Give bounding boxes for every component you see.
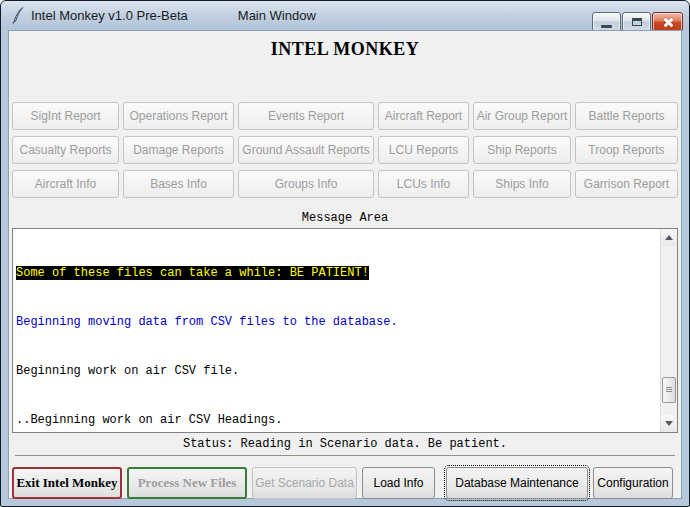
window-content: INTEL MONKEY SigInt Report Operations Re… [8, 30, 682, 499]
operations-report-button[interactable]: Operations Report [123, 102, 234, 130]
maximize-button[interactable] [622, 12, 651, 32]
ships-info-button[interactable]: Ships Info [473, 170, 571, 198]
events-report-button[interactable]: Events Report [238, 102, 374, 130]
minimize-button[interactable] [592, 12, 621, 32]
window-title: Intel Monkey v1.0 Pre-Beta [31, 8, 188, 23]
log-line: Beginning moving data from CSV files to … [16, 314, 657, 330]
exit-intel-monkey-button[interactable]: Exit Intel Monkey [12, 467, 122, 499]
window-controls [592, 12, 683, 32]
troop-reports-button[interactable]: Troop Reports [575, 136, 678, 164]
process-new-files-button[interactable]: Process New Files [127, 467, 247, 499]
ship-reports-button[interactable]: Ship Reports [473, 136, 571, 164]
lcu-reports-button[interactable]: LCU Reports [378, 136, 469, 164]
footer-button-bar: Exit Intel Monkey Process New Files Get … [12, 467, 681, 499]
battle-reports-button[interactable]: Battle Reports [575, 102, 678, 130]
air-group-report-button[interactable]: Air Group Report [473, 102, 571, 130]
vertical-scrollbar[interactable] [660, 229, 677, 432]
damage-reports-button[interactable]: Damage Reports [123, 136, 234, 164]
scroll-up-button[interactable] [661, 229, 677, 246]
aircraft-report-button[interactable]: Aircraft Report [378, 102, 469, 130]
aircraft-info-button[interactable]: Aircraft Info [12, 170, 119, 198]
divider [15, 455, 675, 456]
scrollbar-thumb[interactable] [662, 377, 676, 403]
status-text: Status: Reading in Scenario data. Be pat… [9, 437, 681, 451]
message-area[interactable]: Some of these files can take a while: BE… [12, 228, 678, 433]
close-button[interactable] [652, 12, 683, 32]
garrison-report-button[interactable]: Garrison Report [575, 170, 678, 198]
arrow-down-icon [665, 421, 673, 426]
page-title: INTEL MONKEY [9, 39, 681, 60]
log-line: Some of these files can take a while: BE… [16, 265, 657, 281]
title-bar[interactable]: Intel Monkey v1.0 Pre-Beta Main Window [1, 1, 689, 30]
arrow-up-icon [665, 235, 673, 240]
sigint-report-button[interactable]: SigInt Report [12, 102, 119, 130]
casualty-reports-button[interactable]: Casualty Reports [12, 136, 119, 164]
configuration-button[interactable]: Configuration [593, 467, 673, 499]
ground-assault-reports-button[interactable]: Ground Assault Reports [238, 136, 374, 164]
message-area-label: Message Area [9, 211, 681, 225]
maximize-icon [632, 18, 642, 26]
feather-app-icon [11, 7, 24, 24]
get-scenario-data-button[interactable]: Get Scenario Data [252, 467, 357, 499]
log-line: Beginning work on air CSV file. [16, 363, 657, 379]
report-button-grid: SigInt Report Operations Report Events R… [12, 102, 678, 198]
app-window: Intel Monkey v1.0 Pre-Beta Main Window I… [0, 0, 690, 507]
log-line: ..Beginning work on air CSV Headings. [16, 412, 657, 428]
scroll-down-button[interactable] [661, 415, 677, 432]
close-icon [662, 17, 674, 28]
window-subtitle: Main Window [238, 8, 316, 23]
groups-info-button[interactable]: Groups Info [238, 170, 374, 198]
minimize-icon [601, 25, 612, 28]
message-log: Some of these files can take a while: BE… [13, 229, 677, 433]
bases-info-button[interactable]: Bases Info [123, 170, 234, 198]
lcus-info-button[interactable]: LCUs Info [378, 170, 469, 198]
database-maintenance-button[interactable]: Database Maintenance [446, 467, 588, 499]
load-info-button[interactable]: Load Info [362, 467, 435, 499]
